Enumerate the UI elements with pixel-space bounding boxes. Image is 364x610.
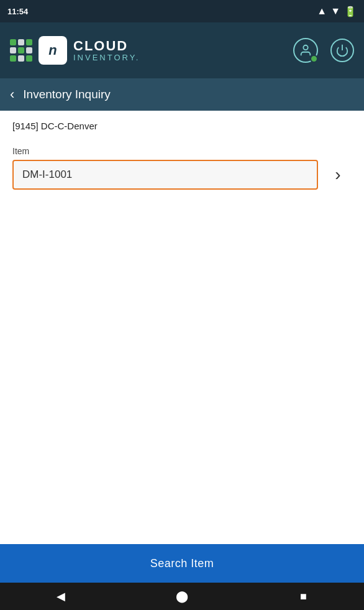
grid-dot <box>26 55 32 62</box>
item-input[interactable] <box>12 160 318 190</box>
header-right <box>293 38 354 63</box>
grid-dot <box>10 55 16 62</box>
battery-icon: 🔋 <box>344 6 357 17</box>
user-svg <box>299 44 312 57</box>
nav-bar: ‹ Inventory Inquiry <box>0 78 364 111</box>
power-svg <box>335 44 349 57</box>
logo-box: n <box>39 36 67 65</box>
grid-dot <box>18 55 24 62</box>
main-content: [9145] DC-C-Denver Item › <box>0 111 364 544</box>
page-title: Inventory Inquiry <box>23 88 110 101</box>
logo-inventory-text: INVENTORY. <box>73 53 140 62</box>
location-label: [9145] DC-C-Denver <box>12 121 352 131</box>
item-row: › <box>12 160 352 190</box>
header-left: n CLOUD INVENTORY. <box>10 36 140 65</box>
app-header: n CLOUD INVENTORY. <box>0 22 364 78</box>
grid-dot <box>26 39 32 45</box>
logo-text: CLOUD INVENTORY. <box>73 39 140 62</box>
status-icons: ▲ ▼ 🔋 <box>317 6 357 17</box>
svg-point-0 <box>303 45 307 50</box>
grid-dot <box>10 39 16 45</box>
bottom-recent-icon: ■ <box>300 590 307 603</box>
bottom-recent-button[interactable]: ■ <box>284 583 322 610</box>
item-field-label: Item <box>12 146 352 156</box>
logo-cloud-text: CLOUD <box>73 39 140 53</box>
bottom-back-button[interactable]: ◀ <box>42 583 80 610</box>
grid-dot <box>26 47 32 53</box>
logo-letter: n <box>48 42 57 58</box>
user-profile-button[interactable] <box>293 38 318 63</box>
power-button[interactable] <box>330 39 354 62</box>
grid-dot <box>18 39 24 45</box>
time-label: 11:54 <box>7 7 28 16</box>
signal-icon: ▼ <box>330 6 340 17</box>
grid-dot <box>10 47 16 53</box>
grid-menu-icon[interactable] <box>10 39 32 62</box>
item-arrow-button[interactable]: › <box>324 161 352 188</box>
arrow-right-icon: › <box>335 165 340 185</box>
back-icon: ‹ <box>10 86 14 102</box>
bottom-back-icon: ◀ <box>57 589 65 603</box>
wifi-icon: ▲ <box>317 6 327 17</box>
bottom-nav: ◀ ⬤ ■ <box>0 583 364 610</box>
online-status-dot <box>310 55 318 63</box>
status-bar: 11:54 ▲ ▼ 🔋 <box>0 0 364 22</box>
search-button-label: Search Item <box>150 557 214 570</box>
back-button[interactable]: ‹ <box>10 88 14 101</box>
bottom-home-button[interactable]: ⬤ <box>163 583 201 610</box>
bottom-home-icon: ⬤ <box>176 589 188 603</box>
grid-dot <box>18 47 24 53</box>
search-item-button[interactable]: Search Item <box>0 544 364 583</box>
